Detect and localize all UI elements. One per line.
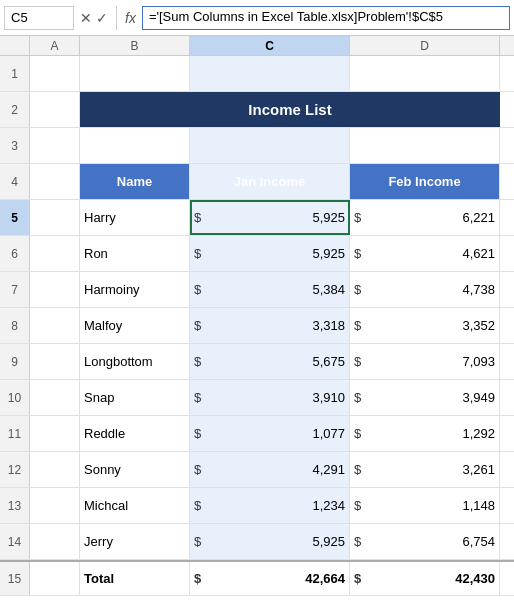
cell-b11[interactable]: Reddle	[80, 416, 190, 451]
fx-label: fx	[121, 10, 140, 26]
cell-b10[interactable]: Snap	[80, 380, 190, 415]
cell-b7[interactable]: Harmoiny	[80, 272, 190, 307]
cell-b3[interactable]	[80, 128, 190, 163]
cell-d10[interactable]: $3,949	[350, 380, 500, 415]
cell-a8[interactable]	[30, 308, 80, 343]
cell-b6[interactable]: Ron	[80, 236, 190, 271]
grid-row-10: 10 Snap $3,910 $3,949	[0, 380, 514, 416]
formula-bar: C5 ✕ ✓ fx ='[Sum Columns in Excel Table.…	[0, 0, 514, 36]
cell-c3[interactable]	[190, 128, 350, 163]
cell-c11[interactable]: $1,077	[190, 416, 350, 451]
row-num-2: 2	[0, 92, 30, 127]
cell-a7[interactable]	[30, 272, 80, 307]
row-num-10: 10	[0, 380, 30, 415]
cell-c6[interactable]: $5,925	[190, 236, 350, 271]
cell-d12[interactable]: $3,261	[350, 452, 500, 487]
cell-b15-total[interactable]: Total	[80, 562, 190, 595]
grid-row-5: 5 Harry $ 5,925 $ 6,221	[0, 200, 514, 236]
formula-value: ='[Sum Columns in Excel Table.xlsx]Probl…	[149, 9, 443, 24]
formula-divider	[116, 6, 117, 30]
row-num-11: 11	[0, 416, 30, 451]
cell-ref-label: C5	[11, 10, 28, 25]
cell-a12[interactable]	[30, 452, 80, 487]
cell-c5-harry-jan[interactable]: $ 5,925	[190, 200, 350, 235]
col-header-c[interactable]: C	[190, 36, 350, 55]
cell-d5-harry-feb[interactable]: $ 6,221	[350, 200, 500, 235]
cell-c4-jan-header[interactable]: Jan Income	[190, 164, 350, 199]
grid-row-8: 8 Malfoy $3,318 $3,352	[0, 308, 514, 344]
row-num-1: 1	[0, 56, 30, 91]
cell-d1[interactable]	[350, 56, 500, 91]
cell-a15[interactable]	[30, 562, 80, 595]
cell-a2[interactable]	[30, 92, 80, 127]
cell-d6[interactable]: $4,621	[350, 236, 500, 271]
cell-a9[interactable]	[30, 344, 80, 379]
dollar-sign: $	[354, 210, 365, 225]
row-num-15: 15	[0, 562, 30, 595]
grid-row-9: 9 Longbottom $5,675 $7,093	[0, 344, 514, 380]
formula-icons: ✕ ✓	[76, 10, 112, 26]
cell-d3[interactable]	[350, 128, 500, 163]
cell-c15-total[interactable]: $42,664	[190, 562, 350, 595]
cell-a6[interactable]	[30, 236, 80, 271]
cancel-icon[interactable]: ✕	[80, 10, 92, 26]
cell-b4-name-header[interactable]: Name	[80, 164, 190, 199]
cell-d9[interactable]: $7,093	[350, 344, 500, 379]
row-num-5: 5	[0, 200, 30, 235]
formula-input[interactable]: ='[Sum Columns in Excel Table.xlsx]Probl…	[142, 6, 510, 30]
cell-a14[interactable]	[30, 524, 80, 559]
column-headers-row: A B C D	[0, 36, 514, 56]
confirm-icon[interactable]: ✓	[96, 10, 108, 26]
cell-d13[interactable]: $1,148	[350, 488, 500, 523]
cell-b12[interactable]: Sonny	[80, 452, 190, 487]
grid-row-3: 3	[0, 128, 514, 164]
row-num-6: 6	[0, 236, 30, 271]
cell-a10[interactable]	[30, 380, 80, 415]
cell-a4[interactable]	[30, 164, 80, 199]
grid-row-12: 12 Sonny $4,291 $3,261	[0, 452, 514, 488]
cell-a11[interactable]	[30, 416, 80, 451]
cell-a1[interactable]	[30, 56, 80, 91]
cell-c10[interactable]: $3,910	[190, 380, 350, 415]
row-num-12: 12	[0, 452, 30, 487]
col-header-d[interactable]: D	[350, 36, 500, 55]
cell-b5-harry[interactable]: Harry	[80, 200, 190, 235]
cell-b13[interactable]: Michcal	[80, 488, 190, 523]
cell-reference-box[interactable]: C5	[4, 6, 74, 30]
col-header-b[interactable]: B	[80, 36, 190, 55]
table-title: Income List	[80, 92, 500, 127]
cell-b9[interactable]: Longbottom	[80, 344, 190, 379]
cell-d8[interactable]: $3,352	[350, 308, 500, 343]
dollar-sign: $	[194, 210, 205, 225]
cell-a5[interactable]	[30, 200, 80, 235]
cell-d15-total[interactable]: $42,430	[350, 562, 500, 595]
cell-b8[interactable]: Malfoy	[80, 308, 190, 343]
cell-a3[interactable]	[30, 128, 80, 163]
row-num-13: 13	[0, 488, 30, 523]
cell-d4-feb-header[interactable]: Feb Income	[350, 164, 500, 199]
cell-c12[interactable]: $4,291	[190, 452, 350, 487]
cell-d14[interactable]: $6,754	[350, 524, 500, 559]
corner-cell	[0, 36, 30, 55]
cell-d7[interactable]: $4,738	[350, 272, 500, 307]
col-header-a[interactable]: A	[30, 36, 80, 55]
row-num-8: 8	[0, 308, 30, 343]
grid-row-6: 6 Ron $5,925 $4,621	[0, 236, 514, 272]
cell-c8[interactable]: $3,318	[190, 308, 350, 343]
cell-c14[interactable]: $5,925	[190, 524, 350, 559]
cell-c1[interactable]	[190, 56, 350, 91]
cell-c7[interactable]: $5,384	[190, 272, 350, 307]
cell-c9[interactable]: $5,675	[190, 344, 350, 379]
grid-row-4: 4 Name Jan Income Feb Income	[0, 164, 514, 200]
cell-b14[interactable]: Jerry	[80, 524, 190, 559]
grid-row-11: 11 Reddle $1,077 $1,292	[0, 416, 514, 452]
grid-row-13: 13 Michcal $1,234 $1,148	[0, 488, 514, 524]
cell-d11[interactable]: $1,292	[350, 416, 500, 451]
row-num-14: 14	[0, 524, 30, 559]
cell-a13[interactable]	[30, 488, 80, 523]
cell-c13[interactable]: $1,234	[190, 488, 350, 523]
grid-row-14: 14 Jerry $5,925 $6,754	[0, 524, 514, 560]
grid-row-15: 15 Total $42,664 $42,430	[0, 560, 514, 596]
cell-b1[interactable]	[80, 56, 190, 91]
row-num-9: 9	[0, 344, 30, 379]
